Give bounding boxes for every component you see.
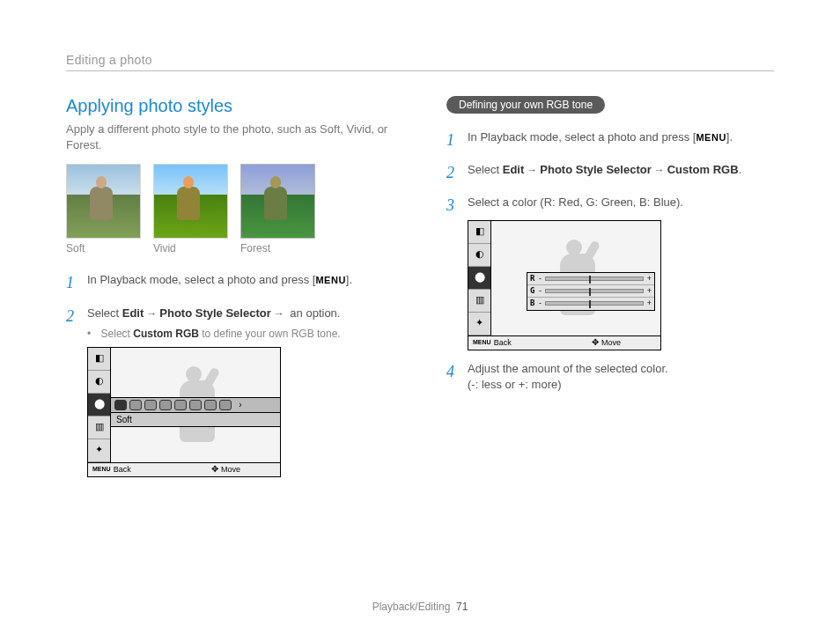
palette-icon: ⬤ xyxy=(88,394,110,417)
step-1: 1 In Playback mode, select a photo and p… xyxy=(446,129,774,151)
thumb-forest: Forest xyxy=(240,164,315,254)
thumb-label: Vivid xyxy=(153,242,228,254)
step-text: ]. xyxy=(726,130,733,144)
section-intro: Apply a different photo style to the pho… xyxy=(66,122,394,153)
adjust-icon: ▥ xyxy=(88,417,110,439)
sub-text: to define your own RGB tone. xyxy=(199,328,341,340)
menu-icon: MENU xyxy=(92,465,111,474)
arrow-icon: → xyxy=(271,307,287,320)
menu-path-edit: Edit xyxy=(122,306,144,320)
step-text: In Playback mode, select a photo and pre… xyxy=(87,273,315,286)
screenshot-sidebar: ◧ ◐ ⬤ ▥ ✦ xyxy=(468,221,491,335)
step-number: 2 xyxy=(66,306,78,477)
step-text: Select a color (R: Red, G: Green, B: Blu… xyxy=(468,195,683,209)
step-number: 2 xyxy=(446,162,459,184)
step-text: ]. xyxy=(346,273,352,286)
camera-screenshot-styles: ◧ ◐ ⬤ ▥ ✦ xyxy=(87,347,281,477)
rotate-icon: ◐ xyxy=(88,371,110,394)
step-text: Select xyxy=(87,306,122,320)
thumb-vivid: Vivid xyxy=(153,164,228,254)
step-number: 4 xyxy=(446,361,459,393)
menu-path-selector: Photo Style Selector xyxy=(159,306,270,320)
step-text: an option. xyxy=(287,306,341,320)
custom-rgb-label: Custom RGB xyxy=(133,328,199,340)
rgb-row-b: B - + xyxy=(527,298,654,310)
left-column: Applying photo styles Apply a different … xyxy=(66,96,394,488)
menu-button-label: MENU xyxy=(696,132,726,143)
dpad-icon: ✥ xyxy=(592,336,599,349)
step-number: 1 xyxy=(66,272,78,294)
rgb-label-r: R xyxy=(530,273,539,284)
step-text: In Playback mode, select a photo and pre… xyxy=(468,130,696,144)
page-number: 71 xyxy=(456,601,468,613)
arrow-icon: → xyxy=(144,307,159,320)
rgb-slider xyxy=(545,276,644,281)
style-option-icon xyxy=(189,400,202,410)
camera-screenshot-rgb: ◧ ◐ ⬤ ▥ ✦ xyxy=(468,220,661,350)
arrow-icon: → xyxy=(524,164,540,176)
style-option-icon xyxy=(129,400,142,410)
step-number: 1 xyxy=(446,129,459,151)
step-3: 3 Select a color (R: Red, G: Green, B: B… xyxy=(446,195,774,350)
step-text: (-: less or +: more) xyxy=(468,378,562,391)
menu-button-label: MENU xyxy=(315,275,345,285)
sub-bullet: Select Custom RGB to define your own RGB… xyxy=(87,327,341,342)
effect-icon: ✦ xyxy=(468,313,490,335)
thumb-image-soft xyxy=(66,164,141,239)
style-option-icon xyxy=(204,400,217,410)
rgb-label-g: G xyxy=(530,285,539,297)
rgb-slider-panel: R - + G - + xyxy=(527,272,655,311)
screenshot-footer: MENUBack ✥Move xyxy=(88,462,280,476)
move-label: Move xyxy=(601,337,621,349)
screenshot-footer: MENUBack ✥Move xyxy=(468,335,660,350)
rotate-icon: ◐ xyxy=(468,244,490,267)
arrow-icon: → xyxy=(652,164,667,176)
style-option-icon xyxy=(174,400,187,410)
style-option-icon xyxy=(114,400,127,410)
rgb-row-r: R - + xyxy=(527,273,654,285)
thumb-image-vivid xyxy=(153,164,228,239)
dpad-icon: ✥ xyxy=(211,463,218,476)
palette-icon: ⬤ xyxy=(468,267,490,290)
minus-label: - xyxy=(539,273,542,284)
step-text: Select xyxy=(468,163,503,176)
thumb-label: Forest xyxy=(240,242,315,254)
step-2: 2 Select Edit→Photo Style Selector→ an o… xyxy=(66,306,394,477)
back-label: Back xyxy=(494,337,512,349)
menu-path-selector: Photo Style Selector xyxy=(540,163,651,176)
style-option-icon xyxy=(159,400,172,410)
selected-style-label: Soft xyxy=(111,413,280,427)
back-label: Back xyxy=(114,464,131,476)
chevron-right-icon: › xyxy=(234,400,247,410)
effect-icon: ✦ xyxy=(88,439,110,462)
plus-label: + xyxy=(647,273,652,284)
step-4: 4 Adjust the amount of the selected colo… xyxy=(446,361,774,393)
step-2: 2 Select Edit→Photo Style Selector→Custo… xyxy=(446,162,774,184)
rgb-slider xyxy=(545,301,644,306)
footer-section: Playback/Editing xyxy=(372,601,451,613)
page-footer: Playback/Editing 71 xyxy=(0,601,840,613)
step-1: 1 In Playback mode, select a photo and p… xyxy=(66,272,394,294)
minus-label: - xyxy=(539,298,542,309)
rgb-slider xyxy=(545,289,644,293)
plus-label: + xyxy=(647,298,652,309)
menu-path-custom-rgb: Custom RGB xyxy=(667,163,739,176)
style-option-icon xyxy=(219,400,232,410)
style-strip: › xyxy=(111,397,280,413)
adjust-icon: ▥ xyxy=(468,290,490,313)
step-text: Adjust the amount of the selected color. xyxy=(468,362,668,375)
step-text: . xyxy=(739,163,742,176)
minus-label: - xyxy=(539,285,542,297)
menu-icon: MENU xyxy=(473,338,491,347)
style-option-icon xyxy=(144,400,157,410)
step-number: 3 xyxy=(446,195,459,350)
move-label: Move xyxy=(221,464,240,476)
sub-text: Select xyxy=(101,328,134,340)
resize-icon: ◧ xyxy=(88,348,110,371)
menu-path-edit: Edit xyxy=(503,163,525,176)
section-title: Applying photo styles xyxy=(66,96,394,116)
thumb-image-forest xyxy=(240,164,315,239)
thumb-soft: Soft xyxy=(66,164,141,254)
plus-label: + xyxy=(647,285,652,297)
breadcrumb: Editing a photo xyxy=(66,53,774,71)
